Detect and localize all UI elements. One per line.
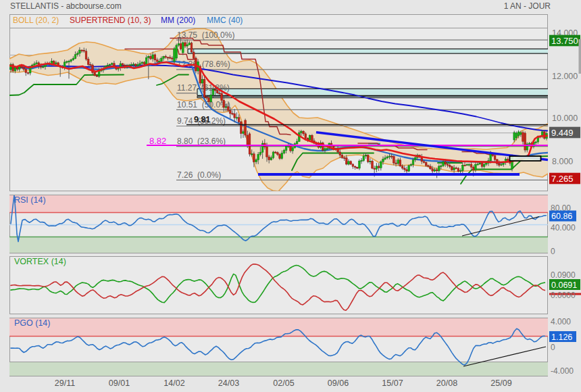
svg-text:PGO (14): PGO (14)	[14, 318, 51, 328]
svg-text:25/09: 25/09	[490, 378, 511, 388]
svg-text:14/02: 14/02	[163, 378, 184, 388]
svg-text:0: 0	[551, 343, 555, 352]
svg-text:1.126: 1.126	[551, 333, 572, 342]
svg-text:0.0900: 0.0900	[551, 270, 576, 280]
svg-text:02/05: 02/05	[273, 378, 294, 388]
svg-text:40.000: 40.000	[551, 223, 576, 232]
svg-text:MMC (40): MMC (40)	[207, 16, 243, 25]
svg-text:RSI (14): RSI (14)	[14, 195, 46, 205]
svg-text:-4.000: -4.000	[551, 366, 574, 376]
svg-text:15/07: 15/07	[382, 378, 403, 388]
svg-text:60.86: 60.86	[551, 212, 572, 221]
svg-text:24/03: 24/03	[218, 378, 239, 388]
svg-text:10.51 (50.0%): 10.51 (50.0%)	[177, 100, 230, 109]
svg-text:7.265: 7.265	[551, 174, 574, 184]
svg-text:VORTEX (14): VORTEX (14)	[14, 257, 66, 266]
svg-text:1 AN - JOUR: 1 AN - JOUR	[504, 1, 551, 11]
svg-text:7.26 (0.0%): 7.26 (0.0%)	[177, 170, 221, 180]
svg-text:12.36 (78.6%): 12.36 (78.6%)	[177, 59, 230, 69]
svg-text:0: 0	[551, 247, 555, 256]
svg-text:SUPERTREND (10, 3): SUPERTREND (10, 3)	[70, 16, 151, 25]
svg-text:10.000: 10.000	[552, 114, 578, 123]
svg-text:4.000: 4.000	[551, 317, 571, 326]
svg-text:09/01: 09/01	[109, 378, 130, 388]
svg-text:8.82: 8.82	[149, 136, 166, 146]
svg-text:29/11: 29/11	[55, 378, 75, 388]
svg-text:0.0691: 0.0691	[551, 280, 577, 290]
svg-text:09/06: 09/06	[328, 378, 349, 388]
svg-text:9.449: 9.449	[551, 128, 574, 138]
svg-text:20/08: 20/08	[436, 378, 457, 388]
svg-text:9.81: 9.81	[194, 115, 210, 124]
svg-text:8.000: 8.000	[552, 157, 573, 166]
svg-text:MM (200): MM (200)	[161, 16, 195, 25]
svg-text:13.750: 13.750	[551, 36, 578, 46]
svg-text:STELLANTIS - abcbourse.com: STELLANTIS - abcbourse.com	[10, 1, 122, 11]
svg-text:12.000: 12.000	[552, 72, 578, 81]
svg-text:0.0000: 0.0000	[551, 291, 576, 300]
svg-text:BOLL (20, 2): BOLL (20, 2)	[13, 16, 59, 25]
